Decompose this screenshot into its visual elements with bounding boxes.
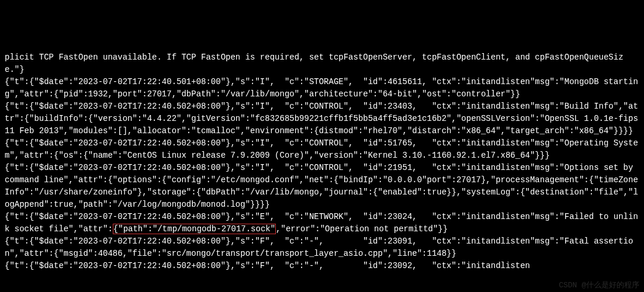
log-line: {"t":{"$date":"2023-07-02T17:22:40.502+0… xyxy=(5,138,638,160)
log-line: plicit TCP FastOpen unavailable. If TCP … xyxy=(5,53,624,74)
highlighted-socket-path: {"path":"/tmp/mongodb-27017.sock" xyxy=(113,224,276,234)
log-line: {"t":{"$date":"2023-07-02T17:22:40.502+0… xyxy=(5,237,633,258)
watermark-text: CSDN @什么是好的程序 xyxy=(559,280,639,291)
log-line: {"t":{"$date":"2023-07-02T17:22:40.502+0… xyxy=(5,102,643,135)
log-line: {"t":{"$date":"2023-07-02T17:22:40.502+0… xyxy=(5,163,638,209)
terminal-output: plicit TCP FastOpen unavailable. If TCP … xyxy=(5,51,639,272)
log-post: ,"error":"Operation not permittd"}} xyxy=(276,224,448,234)
log-line: {"t":{"$date":"2023-07-02T17:22:40.501+0… xyxy=(5,77,638,99)
log-line: {"t":{"$date":"2023-07-02T17:22:40.502+0… xyxy=(5,261,530,270)
log-line-error: {"t":{"$date":"2023-07-02T17:22:40.502+0… xyxy=(5,212,638,234)
